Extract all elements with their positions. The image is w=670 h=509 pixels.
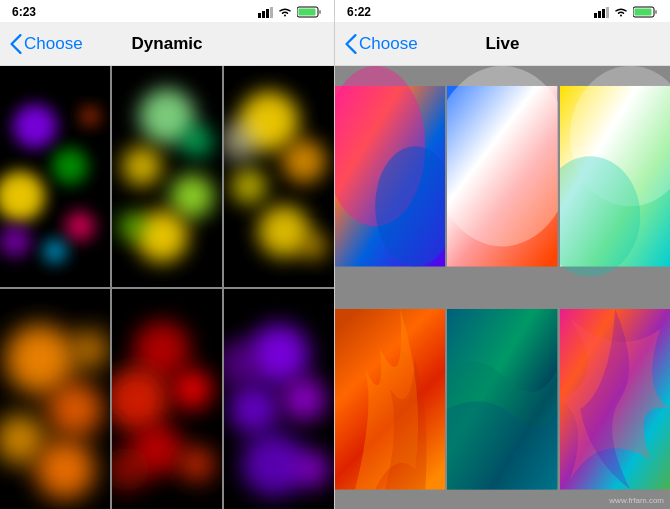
left-time: 6:23 (12, 5, 36, 19)
svg-rect-0 (258, 13, 261, 18)
left-status-icons (258, 6, 322, 18)
live-wallpaper-cell-6[interactable]: www.frfam.com (560, 289, 670, 510)
svg-point-8 (13, 104, 57, 148)
svg-rect-2 (266, 9, 269, 18)
live-wallpaper-cell-1[interactable] (335, 66, 445, 287)
svg-point-20 (118, 212, 146, 240)
left-nav-bar: Choose Dynamic (0, 22, 334, 66)
svg-point-25 (231, 168, 267, 204)
left-phone: 6:23 Choose (0, 0, 335, 509)
svg-point-44 (229, 384, 279, 434)
svg-point-34 (70, 329, 110, 369)
left-wallpaper-grid (0, 66, 334, 509)
right-chevron-left-icon (345, 34, 357, 54)
right-back-button[interactable]: Choose (345, 34, 418, 54)
svg-rect-1 (262, 11, 265, 18)
svg-point-13 (80, 106, 100, 126)
wallpaper-cell-2[interactable] (112, 66, 222, 287)
svg-point-17 (122, 146, 162, 186)
left-back-label: Choose (24, 34, 83, 54)
svg-point-21 (181, 125, 213, 157)
chevron-left-icon (10, 34, 22, 54)
svg-point-38 (172, 369, 212, 409)
svg-point-12 (43, 239, 67, 263)
svg-point-27 (300, 232, 328, 260)
svg-point-47 (294, 451, 330, 487)
watermark: www.frfam.com (609, 496, 664, 505)
right-wifi-icon (613, 7, 629, 18)
wallpaper-cell-3[interactable] (224, 66, 334, 287)
live-wallpaper-cell-3[interactable] (560, 66, 670, 287)
wifi-icon (277, 7, 293, 18)
wallpaper-cell-5[interactable] (112, 289, 222, 510)
live-wallpaper-cell-4[interactable] (335, 289, 445, 510)
right-wallpaper-grid: www.frfam.com (335, 66, 670, 509)
right-status-icons (594, 6, 658, 18)
signal-icon (258, 7, 273, 18)
right-status-bar: 6:22 (335, 0, 670, 22)
svg-point-60 (447, 66, 557, 246)
left-status-bar: 6:23 (0, 0, 334, 22)
svg-rect-55 (635, 9, 652, 16)
svg-rect-51 (602, 9, 605, 18)
right-nav-title: Live (485, 34, 519, 54)
right-nav-bar: Choose Live (335, 22, 670, 66)
wallpaper-cell-6[interactable] (224, 289, 334, 510)
svg-rect-49 (594, 13, 597, 18)
right-back-label: Choose (359, 34, 418, 54)
svg-point-14 (0, 225, 31, 257)
wallpaper-cell-4[interactable] (0, 289, 110, 510)
svg-point-24 (282, 139, 326, 183)
battery-icon (297, 6, 322, 18)
svg-point-18 (170, 174, 214, 218)
svg-rect-6 (299, 9, 316, 16)
svg-rect-5 (319, 10, 321, 14)
svg-point-19 (136, 210, 188, 262)
wallpaper-cell-1[interactable] (0, 66, 110, 287)
svg-point-31 (47, 381, 103, 437)
svg-point-33 (35, 439, 95, 499)
svg-point-11 (65, 211, 95, 241)
right-time: 6:22 (347, 5, 371, 19)
right-phone: 6:22 Choose (335, 0, 670, 509)
svg-rect-50 (598, 11, 601, 18)
svg-point-9 (52, 148, 88, 184)
svg-rect-3 (270, 7, 273, 18)
svg-rect-54 (655, 10, 657, 14)
live-wallpaper-cell-2[interactable] (447, 66, 557, 287)
live-wallpaper-cell-5[interactable] (447, 289, 557, 510)
svg-rect-52 (606, 7, 609, 18)
svg-point-40 (179, 446, 215, 482)
svg-point-45 (282, 377, 326, 421)
right-signal-icon (594, 7, 609, 18)
left-back-button[interactable]: Choose (10, 34, 83, 54)
right-battery-icon (633, 6, 658, 18)
left-nav-title: Dynamic (132, 34, 203, 54)
